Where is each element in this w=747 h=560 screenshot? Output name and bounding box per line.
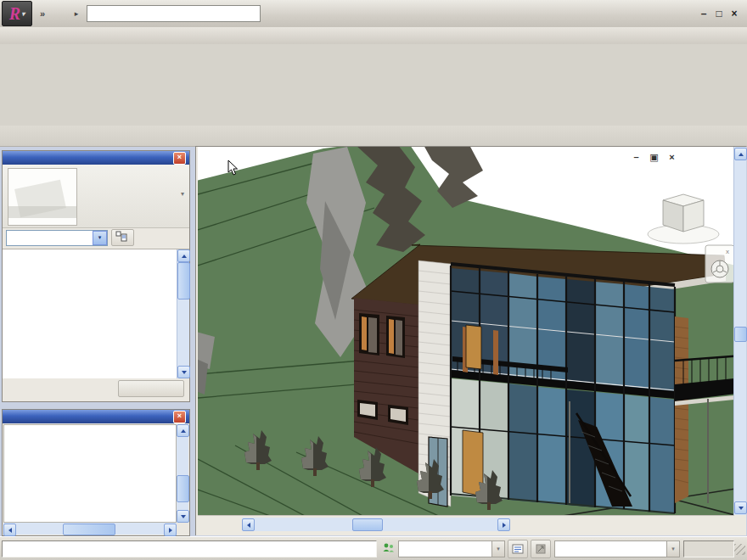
scroll-left-icon[interactable]	[3, 524, 16, 536]
view-minimize-icon[interactable]: –	[630, 151, 643, 162]
scroll-up-icon[interactable]	[177, 424, 189, 437]
application-menu-button[interactable]: R▾	[2, 1, 32, 26]
close-icon[interactable]: ×	[173, 152, 186, 165]
scrollbar-thumb[interactable]	[352, 518, 383, 531]
editable-only-toggle[interactable]	[508, 540, 528, 558]
door	[466, 325, 481, 369]
scrollbar-thumb[interactable]	[734, 327, 747, 342]
type-preview-image	[8, 168, 77, 226]
view-horizontal-scrollbar[interactable]	[242, 518, 510, 531]
maximize-icon[interactable]: □	[711, 7, 727, 20]
status-message	[2, 540, 377, 557]
close-icon: x	[726, 248, 729, 255]
close-icon[interactable]: ×	[727, 7, 742, 20]
edit-type-button[interactable]	[111, 229, 134, 246]
scroll-down-icon[interactable]	[177, 510, 189, 523]
scroll-down-icon[interactable]	[734, 501, 747, 514]
status-bar: ▾ ▾	[0, 536, 747, 560]
help-search	[87, 5, 261, 22]
worksets-dropdown[interactable]: ▾	[398, 540, 505, 557]
scroll-left-icon[interactable]	[242, 518, 255, 531]
viewcube[interactable]	[648, 194, 719, 244]
browser-horizontal-scrollbar[interactable]	[3, 523, 177, 535]
view-vertical-scrollbar[interactable]	[733, 147, 746, 515]
view-window-controls: – ▣ ×	[630, 151, 678, 162]
ribbon-tab-bar	[0, 27, 747, 44]
window-controls: – □ ×	[696, 7, 742, 20]
ribbon	[0, 44, 747, 126]
type-selector-preview[interactable]: ▾	[3, 165, 189, 228]
toolbar-overflow-icon[interactable]: »	[33, 4, 52, 23]
type-selector-row: ▾	[3, 228, 189, 247]
project-browser-title-bar[interactable]: ×	[3, 410, 189, 423]
resize-grip[interactable]	[734, 544, 745, 555]
title-bar: R▾ » ▸ – □ ×	[0, 0, 747, 28]
view-restore-icon[interactable]: ▣	[648, 151, 660, 162]
scrollbar-thumb[interactable]	[177, 262, 190, 300]
scrollbar-thumb[interactable]	[177, 475, 189, 502]
chevron-down-icon[interactable]: ▾	[93, 231, 107, 245]
type-selector-combo[interactable]: ▾	[6, 230, 108, 246]
apply-button[interactable]	[118, 380, 184, 397]
drawing-area: x – ▣ ×	[195, 146, 746, 535]
worksets-icon[interactable]	[382, 541, 396, 557]
design-options-icon[interactable]	[531, 540, 551, 558]
properties-table	[3, 249, 189, 378]
view-control-bar	[198, 515, 734, 533]
close-icon[interactable]: ×	[173, 411, 186, 423]
collapse-arrow-icon[interactable]: ▸	[67, 4, 86, 23]
scroll-right-icon[interactable]	[164, 524, 177, 536]
project-browser-palette: ×	[2, 409, 190, 536]
view-close-icon[interactable]: ×	[666, 151, 678, 162]
properties-palette: × ▾ ▾	[2, 150, 190, 402]
scroll-up-icon[interactable]	[177, 249, 190, 262]
search-input[interactable]	[87, 5, 261, 22]
navigation-bar[interactable]: x	[705, 245, 734, 283]
scroll-right-icon[interactable]	[497, 518, 510, 531]
options-bar	[0, 126, 747, 147]
properties-scrollbar[interactable]	[177, 249, 189, 378]
edit-type-icon	[115, 231, 127, 244]
minimize-icon[interactable]: –	[696, 7, 711, 20]
3d-view-scene: x	[198, 147, 734, 515]
status-filter-box	[683, 540, 734, 557]
view-canvas[interactable]: x – ▣ ×	[198, 147, 734, 515]
design-options-dropdown[interactable]: ▾	[554, 540, 680, 557]
project-browser-tree	[3, 424, 177, 523]
browser-vertical-scrollbar[interactable]	[177, 424, 188, 523]
revit-window: R▾ » ▸ – □ × × ▾ ▾	[0, 0, 747, 560]
chevron-down-icon: ▾	[21, 10, 25, 18]
scroll-down-icon[interactable]	[177, 366, 190, 378]
chevron-down-icon[interactable]: ▾	[181, 190, 184, 198]
scrollbar-thumb[interactable]	[63, 524, 115, 535]
scroll-up-icon[interactable]	[734, 148, 747, 160]
properties-title-bar[interactable]: ×	[3, 151, 189, 165]
